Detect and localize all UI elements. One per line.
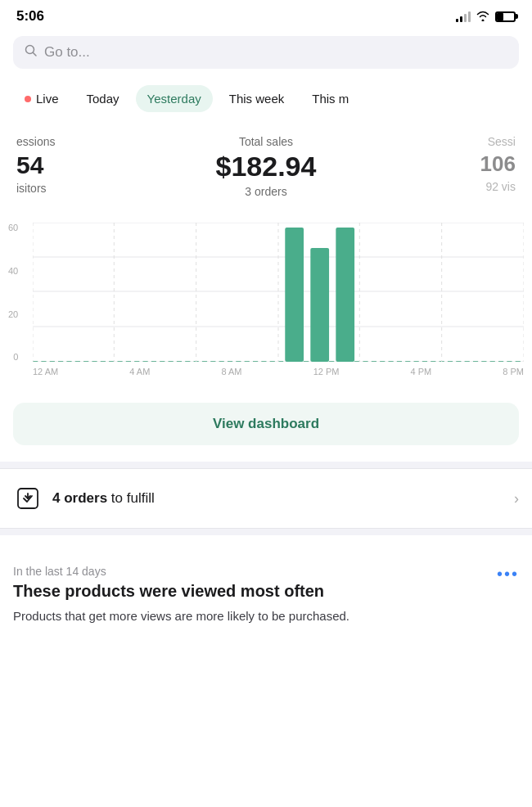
stat-sessions: essions 54 isitors — [16, 135, 159, 195]
tab-this-month-label: This m — [312, 92, 349, 106]
x-label-4pm: 4 PM — [411, 367, 432, 386]
products-header-left: In the last 14 days These products were … — [13, 565, 324, 601]
chevron-right-icon: › — [514, 490, 519, 507]
chart-x-labels: 12 AM 4 AM 8 AM 12 PM 4 PM 8 PM — [33, 367, 524, 386]
orders-left: 4 orders to fulfill — [13, 484, 155, 513]
status-icons — [456, 10, 516, 24]
orders-section[interactable]: 4 orders to fulfill › — [0, 468, 532, 529]
visitors-label: isitors — [16, 182, 159, 195]
y-label-60: 60 — [8, 223, 18, 232]
tab-this-week-label: This week — [229, 92, 285, 106]
x-label-4am: 4 AM — [129, 367, 150, 386]
tab-live-label: Live — [36, 92, 59, 106]
total-sales-label: Total sales — [159, 135, 372, 148]
orders-fulfill-icon — [13, 484, 43, 513]
tab-today-label: Today — [87, 92, 119, 106]
y-label-20: 20 — [8, 309, 18, 319]
search-placeholder: Go to... — [44, 44, 90, 61]
tab-yesterday-label: Yesterday — [147, 92, 201, 106]
x-label-12pm: 12 PM — [313, 367, 340, 386]
stat-sessions-right: Sessi 106 92 vis — [373, 135, 516, 193]
sessions-value: 54 — [16, 151, 159, 178]
bar-3 — [336, 228, 354, 362]
search-icon — [25, 44, 38, 61]
view-dashboard-button[interactable]: View dashboard — [13, 403, 519, 445]
signal-bars-icon — [456, 11, 471, 22]
sessions-right-value: 106 — [373, 151, 516, 177]
divider-2 — [0, 529, 532, 535]
search-bar[interactable]: Go to... — [13, 36, 519, 69]
y-label-0: 0 — [13, 352, 18, 362]
live-dot-icon — [25, 96, 31, 102]
visitors-right-label: 92 vis — [373, 180, 516, 193]
chart-container: 60 40 20 0 — [0, 214, 532, 386]
more-options-icon[interactable]: ••• — [497, 565, 519, 584]
chart-wrap: 60 40 20 0 — [8, 223, 524, 386]
tab-filter: Live Today Yesterday This week This m — [0, 79, 532, 119]
stats-card: essions 54 isitors Total sales $182.94 3… — [0, 122, 532, 211]
orders-count: 4 orders — [52, 490, 107, 506]
status-time: 5:06 — [16, 8, 44, 25]
divider-1 — [0, 462, 532, 468]
products-meta: In the last 14 days — [13, 565, 324, 578]
orders-text: 4 orders to fulfill — [52, 490, 155, 507]
tab-live[interactable]: Live — [13, 85, 70, 112]
sessions-label: essions — [16, 135, 159, 148]
orders-suffix: to fulfill — [107, 490, 155, 506]
tab-this-month[interactable]: This m — [300, 85, 360, 112]
sessions-right-label: Sessi — [373, 135, 516, 148]
battery-icon — [495, 11, 516, 22]
orders-count-label: 3 orders — [159, 185, 372, 198]
products-section: In the last 14 days These products were … — [0, 548, 532, 638]
products-title: These products were viewed most often — [13, 581, 324, 601]
wifi-icon — [476, 10, 490, 24]
total-sales-value: $182.94 — [159, 151, 372, 182]
bar-1 — [285, 228, 304, 362]
dashboard-btn-wrap: View dashboard — [0, 386, 532, 462]
tab-today[interactable]: Today — [75, 85, 131, 112]
x-label-8pm: 8 PM — [503, 367, 524, 386]
chart-y-labels: 60 40 20 0 — [8, 223, 21, 362]
chart-svg-area — [33, 223, 524, 362]
y-label-40: 40 — [8, 266, 18, 276]
chart-svg — [33, 223, 524, 362]
x-label-12am: 12 AM — [33, 367, 58, 386]
tab-this-week[interactable]: This week — [218, 85, 296, 112]
search-container: Go to... — [0, 29, 532, 79]
stat-total-sales: Total sales $182.94 3 orders — [159, 135, 372, 198]
products-description: Products that get more views are more li… — [13, 607, 519, 624]
tab-yesterday[interactable]: Yesterday — [136, 85, 213, 112]
products-header: In the last 14 days These products were … — [13, 565, 519, 601]
stats-row: essions 54 isitors Total sales $182.94 3… — [16, 135, 516, 198]
x-label-8am: 8 AM — [221, 367, 241, 386]
status-bar: 5:06 — [0, 0, 532, 29]
bar-2 — [310, 248, 329, 362]
